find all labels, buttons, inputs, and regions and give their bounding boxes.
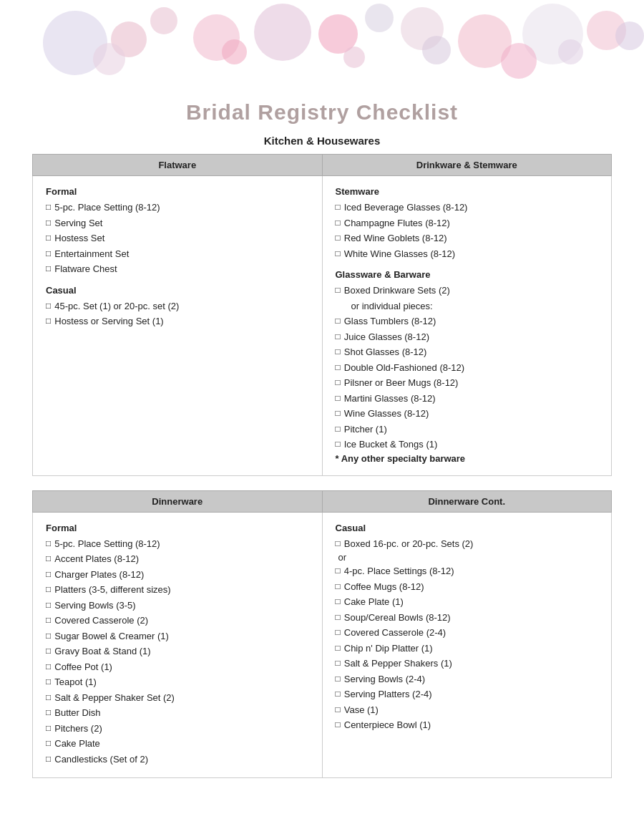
list-item: □Salt & Pepper Shakers (1)	[336, 656, 599, 671]
stemware-title: Stemware	[336, 186, 599, 197]
dinnerware-table: Dinnerware Dinnerware Cont. Formal □5-pc…	[32, 490, 612, 779]
list-item: □5-pc. Place Setting (8-12)	[46, 200, 309, 215]
list-item: □White Wine Glasses (8-12)	[336, 247, 599, 261]
list-item: □Centerpiece Bowl (1)	[336, 718, 599, 732]
list-item: □Pilsner or Beer Mugs (8-12)	[336, 376, 599, 390]
page-title: Bridal Registry Checklist	[0, 100, 644, 125]
dinnerware-casual-col: Casual □Boxed 16-pc. or 20-pc. Sets (2) …	[322, 512, 612, 778]
list-item: □Serving Bowls (3-5)	[46, 598, 309, 613]
list-item: □Coffee Pot (1)	[46, 660, 309, 674]
list-item: □Iced Beverage Glasses (8-12)	[336, 200, 599, 215]
flatware-drinkware-table: Flatware Drinkware & Stemware Formal □5-…	[32, 154, 612, 476]
list-item: □Cake Plate (1)	[336, 595, 599, 609]
flatware-formal-title: Formal	[46, 186, 309, 197]
list-item: □4-pc. Place Settings (8-12)	[336, 564, 599, 578]
list-item: □Vase (1)	[336, 703, 599, 717]
list-item: □Gravy Boat & Stand (1)	[46, 644, 309, 659]
list-item: □Coffee Mugs (8-12)	[336, 580, 599, 594]
or-text: or	[336, 552, 599, 563]
list-item: □Charger Plates (8-12)	[46, 568, 309, 582]
list-item: □Hostess Set	[46, 231, 309, 246]
list-item: or individual pieces:	[336, 299, 599, 314]
drinkware-col-content: Stemware □Iced Beverage Glasses (8-12) □…	[322, 176, 612, 476]
list-item: □Serving Bowls (2-4)	[336, 672, 599, 687]
list-item: □Red Wine Goblets (8-12)	[336, 231, 599, 246]
list-item: □Soup/Cereal Bowls (8-12)	[336, 611, 599, 625]
flatware-col-header: Flatware	[33, 155, 323, 176]
list-item: □Entertainment Set	[46, 247, 309, 261]
list-item: □Salt & Pepper Shaker Set (2)	[46, 691, 309, 705]
flatware-col-content: Formal □5-pc. Place Setting (8-12) □Serv…	[33, 176, 323, 476]
list-item: □Pitcher (1)	[336, 422, 599, 437]
specialty-barware-note: * Any other specialty barware	[336, 453, 599, 464]
list-item: □Martini Glasses (8-12)	[336, 392, 599, 406]
kitchen-section-heading: Kitchen & Housewares	[0, 135, 644, 147]
dinnerware-formal-title: Formal	[46, 523, 309, 533]
glassware-barware-title: Glassware & Barware	[336, 269, 599, 280]
list-item: □Wine Glasses (8-12)	[336, 407, 599, 421]
list-item: □Covered Casserole (2-4)	[336, 626, 599, 640]
list-item: □Juice Glasses (8-12)	[336, 330, 599, 344]
list-item: □Glass Tumblers (8-12)	[336, 314, 599, 329]
dinnerware-col-header: Dinnerware	[33, 490, 323, 512]
list-item: □Boxed Drinkware Sets (2)	[336, 283, 599, 298]
list-item: □Pitchers (2)	[46, 722, 309, 736]
list-item: □Boxed 16-pc. or 20-pc. Sets (2)	[336, 537, 599, 551]
list-item: □5-pc. Place Setting (8-12)	[46, 537, 309, 551]
list-item: □Serving Platters (2-4)	[336, 687, 599, 702]
list-item: □Accent Plates (8-12)	[46, 552, 309, 566]
list-item: □Champagne Flutes (8-12)	[336, 216, 599, 231]
list-item: □Serving Set	[46, 216, 309, 231]
list-item: □Teapot (1)	[46, 675, 309, 689]
list-item: □Hostess or Serving Set (1)	[46, 314, 309, 329]
list-item: □45-pc. Set (1) or 20-pc. set (2)	[46, 299, 309, 314]
list-item: □Butter Dish	[46, 706, 309, 720]
dinnerware-formal-col: Formal □5-pc. Place Setting (8-12) □Acce…	[33, 512, 323, 778]
list-item: □Ice Bucket & Tongs (1)	[336, 437, 599, 452]
list-item: □Chip n' Dip Platter (1)	[336, 641, 599, 656]
list-item: □Cake Plate	[46, 737, 309, 751]
list-item: □Shot Glasses (8-12)	[336, 345, 599, 359]
list-item: □Sugar Bowel & Creamer (1)	[46, 629, 309, 644]
list-item: □Covered Casserole (2)	[46, 614, 309, 628]
list-item: □Candlesticks (Set of 2)	[46, 752, 309, 767]
dinnerware-casual-title: Casual	[336, 523, 599, 533]
drinkware-col-header: Drinkware & Stemware	[322, 155, 612, 176]
list-item: □Flatware Chest	[46, 262, 309, 276]
list-item: □Platters (3-5, different sizes)	[46, 583, 309, 597]
flatware-casual-title: Casual	[46, 285, 309, 296]
bubbles-header	[0, 0, 644, 93]
dinnerware-cont-col-header: Dinnerware Cont.	[322, 490, 612, 512]
list-item: □Double Old-Fashioned (8-12)	[336, 361, 599, 375]
